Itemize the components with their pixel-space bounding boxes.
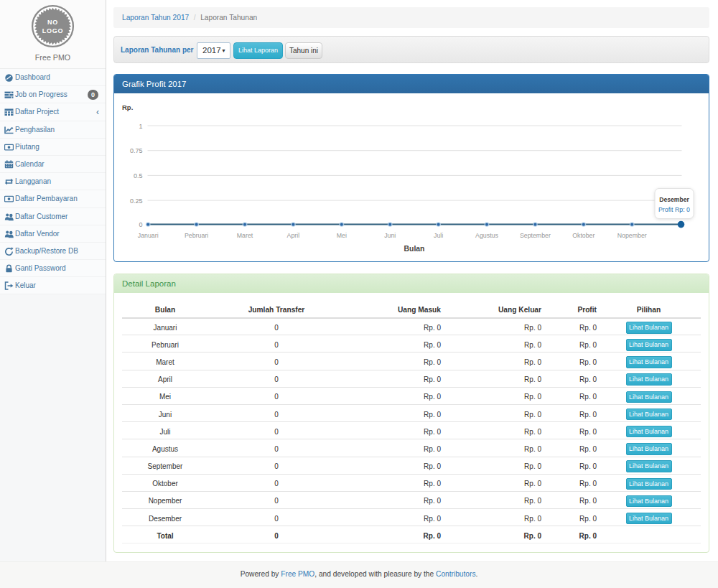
svg-text:April: April [287, 232, 300, 239]
svg-text:Agustus: Agustus [475, 232, 498, 239]
svg-text:Nopember: Nopember [617, 232, 647, 239]
svg-text:Rp.: Rp. [122, 103, 133, 111]
svg-text:1: 1 [139, 123, 142, 130]
svg-text:Juli: Juli [434, 232, 443, 239]
svg-text:NO: NO [47, 19, 58, 26]
svg-text:0.75: 0.75 [130, 147, 143, 154]
svg-text:0.5: 0.5 [134, 172, 143, 179]
svg-text:Juni: Juni [384, 232, 396, 239]
svg-text:Januari: Januari [138, 232, 159, 239]
svg-text:Bulan: Bulan [404, 245, 425, 253]
svg-text:0.25: 0.25 [130, 197, 143, 205]
svg-text:Desember: Desember [659, 196, 689, 203]
svg-text:Oktober: Oktober [572, 232, 595, 239]
svg-text:0: 0 [139, 221, 142, 228]
svg-text:LOGO: LOGO [42, 27, 63, 34]
svg-text:September: September [520, 232, 551, 239]
svg-text:Profit Rp: 0: Profit Rp: 0 [658, 206, 690, 213]
svg-text:Pebruari: Pebruari [185, 232, 208, 239]
svg-text:Mei: Mei [337, 232, 347, 239]
svg-text:Maret: Maret [237, 232, 253, 239]
